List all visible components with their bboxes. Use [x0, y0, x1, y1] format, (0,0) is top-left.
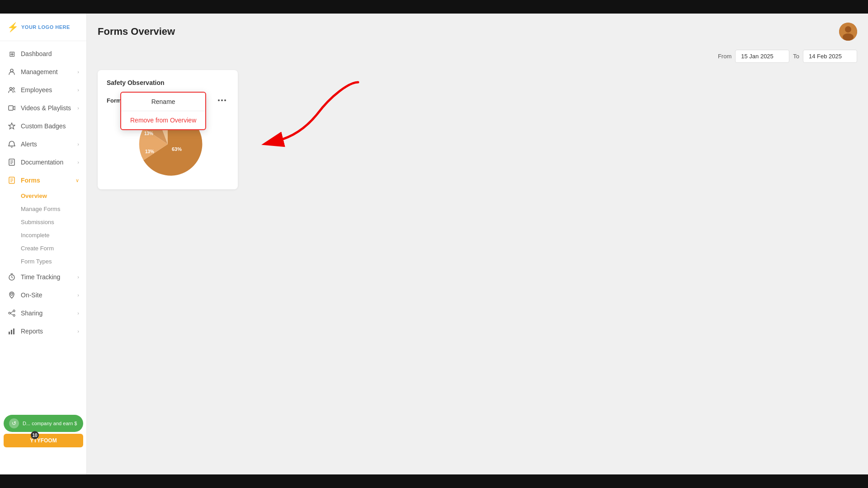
sidebar-item-label: Forms: [21, 177, 75, 184]
subitem-label: Overview: [21, 192, 47, 199]
logo-text: YOUR LOGO HERE: [21, 24, 70, 30]
sidebar-item-employees[interactable]: Employees ›: [0, 81, 86, 99]
chevron-right-icon: ›: [77, 292, 79, 298]
referral-icon: ↺: [9, 418, 19, 428]
sidebar-item-label: Management: [21, 68, 77, 75]
svg-point-1: [10, 88, 12, 90]
svg-rect-3: [9, 106, 13, 110]
sidebar: ⚡ YOUR LOGO HERE ⊞ Dashboard Management …: [0, 14, 87, 474]
svg-point-16: [13, 314, 15, 316]
chevron-right-icon: ›: [77, 69, 79, 75]
remove-from-overview-option[interactable]: Remove from Overview: [121, 111, 205, 129]
sidebar-item-label: On-Site: [21, 291, 77, 299]
sidebar-item-dashboard[interactable]: ⊞ Dashboard: [0, 45, 86, 63]
svg-point-0: [10, 69, 13, 72]
svg-point-24: [845, 26, 851, 33]
sidebar-item-forms[interactable]: Forms ∨: [0, 171, 86, 189]
subitem-label: Submissions: [21, 219, 54, 225]
promo-orange-button[interactable]: 10 YTYFOOM: [4, 434, 83, 447]
from-date-input[interactable]: 15 Jan 2025: [735, 50, 789, 63]
custom-badges-icon: [7, 122, 16, 131]
logo[interactable]: ⚡ YOUR LOGO HERE: [0, 14, 86, 41]
time-tracking-icon: [7, 272, 16, 282]
to-date-input[interactable]: 14 Feb 2025: [803, 50, 857, 63]
sidebar-item-label: Sharing: [21, 310, 77, 317]
dropdown-menu: Rename Remove from Overview: [120, 92, 206, 130]
sharing-icon: [7, 309, 16, 318]
to-label: To: [793, 53, 799, 60]
sidebar-nav: ⊞ Dashboard Management › Employees ›: [0, 41, 86, 474]
form-card-header: Safety Observation: [107, 79, 229, 92]
form-card: Safety Observation Form: What ty... ⓘ: [98, 70, 238, 189]
svg-marker-4: [9, 123, 15, 129]
alerts-icon: [7, 140, 16, 149]
logo-bolt-icon: ⚡: [7, 22, 19, 33]
referral-button[interactable]: ↺ D... company and earn $: [4, 415, 83, 432]
notification-badge: 10: [31, 431, 39, 439]
sidebar-item-alerts[interactable]: Alerts ›: [0, 135, 86, 153]
chevron-right-icon: ›: [77, 87, 79, 93]
sidebar-item-reports[interactable]: Reports ›: [0, 322, 86, 340]
avatar[interactable]: [839, 23, 857, 41]
sidebar-subitem-form-types[interactable]: Form Types: [0, 255, 86, 268]
rename-option[interactable]: Rename: [121, 93, 205, 111]
svg-text:13%: 13%: [144, 131, 153, 136]
chevron-right-icon: ›: [77, 310, 79, 316]
svg-line-19: [10, 314, 13, 315]
sidebar-subitem-incomplete[interactable]: Incomplete: [0, 229, 86, 242]
dashboard-icon: ⊞: [7, 49, 16, 58]
sidebar-item-label: Employees: [21, 86, 77, 94]
sidebar-item-label: Custom Badges: [21, 122, 79, 130]
svg-point-2: [13, 88, 14, 89]
svg-point-15: [13, 310, 15, 312]
sidebar-item-sharing[interactable]: Sharing ›: [0, 304, 86, 322]
svg-line-18: [10, 311, 13, 313]
arrow-annotation: [259, 73, 376, 156]
management-icon: [7, 67, 16, 76]
svg-point-14: [11, 293, 13, 296]
svg-text:13%: 13%: [145, 149, 154, 154]
chevron-down-icon: ∨: [75, 178, 79, 183]
sidebar-item-label: Videos & Playlists: [21, 104, 77, 112]
from-label: From: [718, 53, 731, 60]
sidebar-item-time-tracking[interactable]: Time Tracking ›: [0, 268, 86, 286]
sidebar-subitem-create-form[interactable]: Create Form: [0, 242, 86, 255]
forms-icon: [7, 176, 16, 185]
sidebar-item-label: Dashboard: [21, 50, 79, 57]
chevron-right-icon: ›: [77, 105, 79, 111]
date-filter-bar: From 15 Jan 2025 To 14 Feb 2025: [98, 50, 857, 63]
sidebar-subitem-submissions[interactable]: Submissions: [0, 216, 86, 229]
subitem-label: Incomplete: [21, 232, 50, 239]
form-card-title: Safety Observation: [107, 79, 165, 86]
videos-icon: [7, 103, 16, 113]
sidebar-subitem-manage-forms[interactable]: Manage Forms: [0, 202, 86, 216]
svg-rect-21: [11, 330, 12, 334]
page-title: Forms Overview: [98, 26, 175, 38]
sidebar-item-on-site[interactable]: On-Site ›: [0, 286, 86, 304]
sidebar-item-custom-badges[interactable]: Custom Badges: [0, 117, 86, 135]
svg-point-25: [843, 33, 854, 41]
dot1: [218, 99, 220, 101]
chevron-right-icon: ›: [77, 274, 79, 280]
sidebar-item-documentation[interactable]: Documentation ›: [0, 153, 86, 171]
chevron-right-icon: ›: [77, 328, 79, 334]
topbar-right: [839, 23, 857, 41]
employees-icon: [7, 85, 16, 94]
sidebar-item-videos[interactable]: Videos & Playlists ›: [0, 99, 86, 117]
dot2: [221, 99, 223, 101]
on-site-icon: [7, 291, 16, 300]
sidebar-item-management[interactable]: Management ›: [0, 63, 86, 81]
more-options-button[interactable]: [215, 99, 229, 102]
svg-text:63%: 63%: [172, 146, 182, 152]
sidebar-item-label: Alerts: [21, 141, 77, 148]
svg-rect-22: [13, 328, 14, 334]
sidebar-item-label: Reports: [21, 328, 77, 335]
subitem-label: Create Form: [21, 245, 54, 252]
dot3: [224, 99, 226, 101]
reports-icon: [7, 327, 16, 336]
promo-section: ↺ D... company and earn $ 10 YTYFOOM: [0, 415, 87, 447]
subitem-label: Form Types: [21, 258, 52, 265]
documentation-icon: [7, 158, 16, 167]
topbar: Forms Overview: [87, 14, 868, 46]
sidebar-subitem-overview[interactable]: Overview: [0, 189, 86, 202]
